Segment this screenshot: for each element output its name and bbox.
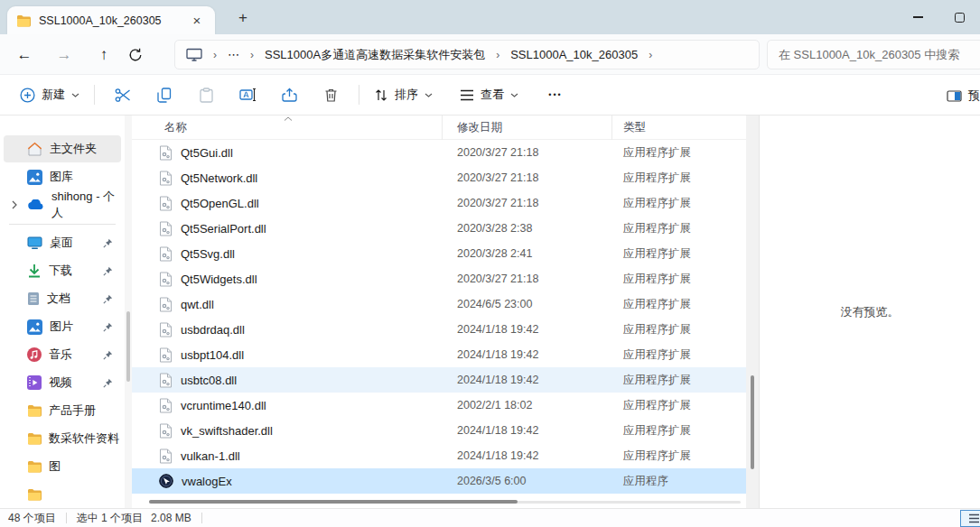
sidebar-item-label: 图库 — [50, 169, 73, 185]
sidebar-item-home[interactable]: 主文件夹 — [4, 135, 121, 162]
maximize-button[interactable] — [938, 0, 980, 34]
address-bar[interactable]: › ⋯ › SSL1000A多通道高速数据采集软件安装包 › SSL1000A_… — [174, 40, 760, 69]
forward-button[interactable]: → — [49, 40, 79, 69]
music-icon — [27, 347, 42, 362]
details-view-toggle-button[interactable] — [960, 510, 980, 527]
preview-toggle-label: 预览 — [968, 88, 980, 104]
back-button[interactable]: ← — [9, 40, 40, 69]
column-header-date[interactable]: 修改日期 — [443, 116, 612, 140]
dll-file-icon — [159, 145, 173, 161]
sidebar-item-label: 产品手册 — [49, 402, 96, 419]
status-divider — [66, 513, 67, 523]
file-row[interactable]: vcruntime140.dll 2002/2/1 18:02 应用程序扩展 — [132, 393, 746, 418]
file-date: 2024/1/18 19:42 — [443, 424, 612, 437]
status-bar: 48 个项目 选中 1 个项目 2.08 MB — [0, 508, 980, 527]
file-row-hovered[interactable]: usbtc08.dll 2024/1/18 19:42 应用程序扩展 — [132, 367, 746, 393]
sidebar-item-desktop[interactable]: 桌面 — [4, 229, 121, 256]
chevron-right-icon: › — [213, 49, 217, 61]
breadcrumb-overflow[interactable]: ⋯ — [228, 48, 239, 61]
new-button[interactable]: 新建 — [13, 79, 87, 111]
sidebar-scrollbar[interactable] — [125, 116, 132, 508]
delete-button[interactable] — [310, 79, 351, 111]
search-input[interactable] — [767, 40, 980, 69]
breadcrumb-parent-folder[interactable]: SSL1000A多通道高速数据采集软件安装包 — [265, 47, 485, 63]
tab-close-icon[interactable]: × — [188, 12, 206, 30]
plus-circle-icon — [20, 88, 35, 103]
file-row[interactable]: Qt5Gui.dll 2020/3/27 21:18 应用程序扩展 — [132, 140, 746, 165]
preview-pane: 没有预览。 — [759, 116, 980, 508]
this-pc-icon — [186, 48, 202, 61]
vertical-scrollbar-thumb[interactable] — [751, 375, 754, 469]
selection-count: 选中 1 个项目 — [77, 511, 143, 526]
file-type: 应用程序 — [612, 474, 746, 489]
horizontal-scrollbar[interactable] — [132, 496, 746, 505]
sidebar-item-documents[interactable]: 文档 — [4, 285, 121, 312]
rename-button[interactable] — [227, 79, 268, 111]
sidebar-item-label: 文档 — [47, 291, 70, 307]
file-row[interactable]: Qt5OpenGL.dll 2020/3/27 21:18 应用程序扩展 — [132, 190, 746, 216]
sidebar-item-folder-clipped[interactable] — [4, 481, 121, 508]
more-dots-icon: ••• — [548, 90, 562, 99]
breadcrumb-current-folder[interactable]: SSL1000A_10k_260305 — [510, 48, 638, 61]
file-row[interactable]: Qt5SerialPort.dll 2020/3/28 2:38 应用程序扩展 — [132, 216, 746, 241]
file-name: vwalogEx — [182, 475, 232, 488]
sidebar-item-folder[interactable]: 产品手册 — [4, 397, 121, 424]
dll-file-icon — [159, 398, 173, 413]
sidebar-item-pictures[interactable]: 图片 — [4, 313, 121, 340]
file-row[interactable]: usbdrdaq.dll 2024/1/18 19:42 应用程序扩展 — [132, 317, 746, 342]
dll-file-icon — [159, 373, 173, 388]
sidebar-item-folder[interactable]: 图 — [4, 453, 121, 480]
sidebar-scrollbar-thumb[interactable] — [126, 311, 130, 382]
file-name: Qt5SerialPort.dll — [181, 222, 266, 236]
sort-button[interactable]: 排序 — [367, 79, 440, 111]
navigation-bar: ← → ↑ › ⋯ › SSL1000A多通道高速数据采集软件安装包 › SSL… — [0, 34, 980, 75]
sidebar-item-label: 桌面 — [50, 235, 73, 251]
file-row[interactable]: usbpt104.dll 2024/1/18 19:42 应用程序扩展 — [132, 342, 746, 367]
file-date: 2020/3/27 21:18 — [443, 146, 612, 159]
expand-chevron-icon[interactable] — [11, 200, 18, 209]
sidebar-item-onedrive[interactable]: shihong - 个人 — [4, 191, 121, 218]
sidebar-item-downloads[interactable]: 下载 — [4, 257, 121, 284]
file-name: Qt5Gui.dll — [181, 146, 233, 160]
up-button[interactable]: ↑ — [89, 40, 119, 69]
file-row[interactable]: Qt5Network.dll 2020/3/27 21:18 应用程序扩展 — [132, 165, 746, 190]
file-date: 2020/3/27 21:18 — [443, 273, 612, 285]
horizontal-scrollbar-thumb[interactable] — [149, 500, 518, 504]
file-type: 应用程序扩展 — [612, 398, 746, 413]
file-type: 应用程序扩展 — [612, 373, 746, 388]
file-explorer-window: SSL1000A_10k_260305 × + ← → ↑ › ⋯ › — [0, 0, 980, 527]
file-row[interactable]: Qt5Svg.dll 2020/3/28 2:41 应用程序扩展 — [132, 241, 746, 266]
file-row[interactable]: vulkan-1.dll 2024/1/18 19:42 应用程序扩展 — [132, 443, 746, 468]
view-button[interactable]: 查看 — [453, 79, 526, 111]
sidebar-item-label: 图 — [49, 458, 61, 475]
command-toolbar: 新建 — [0, 75, 980, 116]
dll-file-icon — [159, 423, 173, 439]
cut-button[interactable] — [102, 79, 144, 111]
sort-ascending-icon — [284, 116, 293, 121]
maximize-icon — [955, 13, 965, 23]
refresh-button[interactable] — [128, 40, 159, 69]
rename-icon — [239, 88, 256, 102]
vertical-scrollbar[interactable] — [746, 116, 759, 508]
file-row[interactable]: qwt.dll 2024/6/5 23:00 应用程序扩展 — [132, 291, 746, 317]
share-button[interactable] — [268, 79, 310, 111]
paste-button[interactable] — [185, 79, 227, 111]
sidebar-item-gallery[interactable]: 图库 — [4, 163, 121, 190]
column-header-type[interactable]: 类型 — [612, 116, 746, 140]
file-row[interactable]: Qt5Widgets.dll 2020/3/27 21:18 应用程序扩展 — [132, 266, 746, 291]
minimize-button[interactable] — [897, 0, 938, 34]
sidebar-item-folder[interactable]: 数采软件资料 — [4, 425, 121, 452]
sidebar-item-videos[interactable]: 视频 — [4, 369, 121, 396]
new-tab-button[interactable]: + — [231, 6, 255, 29]
chevron-right-icon: › — [496, 49, 499, 61]
main-area: 主文件夹 图库 shihong - 个人 — [0, 116, 980, 508]
file-row-selected[interactable]: vwalogEx 2026/3/5 6:00 应用程序 — [132, 468, 746, 494]
sidebar-item-music[interactable]: 音乐 — [4, 341, 121, 368]
preview-toggle-button[interactable]: 预览 — [947, 79, 980, 112]
explorer-tab[interactable]: SSL1000A_10k_260305 × — [7, 6, 215, 34]
file-date: 2024/1/18 19:42 — [443, 449, 612, 462]
more-options-button[interactable]: ••• — [535, 79, 576, 111]
folder-icon — [27, 460, 42, 473]
file-row[interactable]: vk_swiftshader.dll 2024/1/18 19:42 应用程序扩… — [132, 418, 746, 443]
copy-button[interactable] — [144, 79, 185, 111]
